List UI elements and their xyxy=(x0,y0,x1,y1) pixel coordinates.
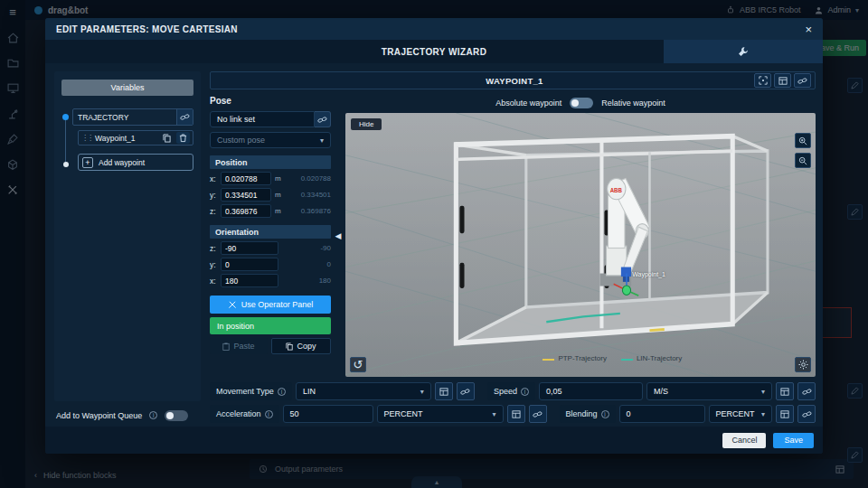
in-position-status: In position xyxy=(210,317,331,334)
robot-cell-scene: ABB xyxy=(345,113,816,377)
modal-header: EDIT PARAMETERS: MOVE CARTESIAN × xyxy=(45,18,823,40)
chevron-down-icon: ▾ xyxy=(420,388,424,396)
table-icon[interactable] xyxy=(774,73,791,88)
table-icon[interactable] xyxy=(435,382,453,400)
waypoint-header: WAYPOINT_1 xyxy=(210,71,816,89)
hide-viewer-button[interactable]: Hide xyxy=(351,118,382,130)
link-field[interactable]: No link set xyxy=(210,111,315,127)
paste-icon xyxy=(222,343,230,351)
link-icon[interactable] xyxy=(529,405,547,423)
link-icon[interactable] xyxy=(794,73,811,88)
3d-viewer[interactable]: ABB xyxy=(345,113,816,377)
save-button[interactable]: Save xyxy=(773,433,814,448)
speed-unit-select[interactable]: M/S ▾ xyxy=(646,382,772,400)
duplicate-icon[interactable] xyxy=(160,132,174,144)
copy-button[interactable]: Copy xyxy=(271,338,331,354)
orientation-row-z: z: -90 xyxy=(210,241,331,255)
focus-icon[interactable] xyxy=(754,73,771,88)
movement-type-label: Movement Type i xyxy=(210,382,292,400)
table-icon[interactable] xyxy=(776,382,794,400)
link-icon[interactable] xyxy=(797,405,816,423)
wrench-icon xyxy=(738,46,749,57)
tools-icon xyxy=(228,300,237,309)
waypoint-list-panel: Variables TRAJECTORY ⋮⋮ Waypoint_1 xyxy=(54,71,201,401)
trash-icon[interactable] xyxy=(176,132,190,144)
viewer-column: Absolute waypoint Relative waypoint xyxy=(345,95,816,377)
link-icon[interactable] xyxy=(797,382,816,400)
acceleration-label: Acceleration i xyxy=(210,405,279,423)
movement-type-select[interactable]: LIN ▾ xyxy=(296,382,431,400)
info-icon: i xyxy=(521,388,529,396)
waypoint-queue-row: Add to Waypoint Queue i xyxy=(54,401,201,423)
parameter-row-2: Acceleration i 50 PERCENT ▾ Blending i xyxy=(210,405,816,423)
pose-select[interactable]: Custom pose ▾ xyxy=(210,132,331,148)
paste-button[interactable]: Paste xyxy=(210,338,268,354)
legend-lin: LIN-Trajectory xyxy=(621,354,682,362)
position-row-x: x: m 0.020788 xyxy=(210,172,331,185)
motion-parameters: Movement Type i LIN ▾ Speed i 0,05 xyxy=(210,382,816,423)
relative-waypoint-label: Relative waypoint xyxy=(601,99,665,108)
close-icon[interactable]: × xyxy=(805,23,812,36)
chevron-down-icon: ▾ xyxy=(493,410,496,418)
orientation-z-input[interactable] xyxy=(221,241,278,255)
table-icon[interactable] xyxy=(776,405,794,423)
waypoint-list-column: Variables TRAJECTORY ⋮⋮ Waypoint_1 xyxy=(54,71,201,423)
link-icon[interactable] xyxy=(457,382,475,400)
drag-handle-icon[interactable]: ⋮⋮ xyxy=(81,134,92,142)
trajectory-node[interactable]: TRAJECTORY xyxy=(72,108,193,126)
waypoint-title: WAYPOINT_1 xyxy=(278,76,751,86)
orientation-row-y: y: 0 xyxy=(210,258,331,271)
position-z-input[interactable] xyxy=(221,204,271,218)
wizard-title: TRAJECTORY WIZARD xyxy=(382,47,487,57)
acceleration-unit-select[interactable]: PERCENT ▾ xyxy=(377,405,504,423)
edit-parameters-modal: EDIT PARAMETERS: MOVE CARTESIAN × TRAJEC… xyxy=(45,18,823,454)
modal-footer: Cancel Save xyxy=(45,427,823,454)
wizard-tools-button[interactable] xyxy=(664,40,823,63)
tree-start-dot xyxy=(62,114,69,120)
chevron-down-icon: ▾ xyxy=(320,136,324,145)
blending-unit-select[interactable]: PERCENT ▾ xyxy=(709,405,772,423)
viewer-settings-icon[interactable] xyxy=(795,357,811,372)
variables-button[interactable]: Variables xyxy=(61,80,193,96)
orientation-x-input[interactable] xyxy=(221,274,278,287)
info-icon: i xyxy=(265,410,273,418)
orientation-y-input[interactable] xyxy=(221,258,278,271)
speed-label: Speed i xyxy=(487,382,535,400)
trajectory-tree: TRAJECTORY ⋮⋮ Waypoint_1 xyxy=(61,108,193,171)
position-x-input[interactable] xyxy=(221,172,271,185)
lin-dash-icon xyxy=(621,359,633,361)
orientation-section-title: Orientation xyxy=(210,225,331,239)
plus-icon: + xyxy=(82,157,93,168)
use-operator-panel-button[interactable]: Use Operator Panel xyxy=(210,296,331,314)
speed-input[interactable]: 0,05 xyxy=(539,382,643,400)
waypoint-mode-toggle[interactable] xyxy=(570,98,593,108)
waypoint-list-item[interactable]: ⋮⋮ Waypoint_1 xyxy=(78,130,193,145)
modal-body: Variables TRAJECTORY ⋮⋮ Waypoint_1 xyxy=(45,63,823,427)
waypoint-mode-row: Absolute waypoint Relative waypoint xyxy=(345,95,816,111)
waypoint-queue-toggle[interactable] xyxy=(165,410,188,421)
zoom-in-icon[interactable] xyxy=(795,133,811,148)
blending-label: Blending i xyxy=(560,405,616,423)
position-y-input[interactable] xyxy=(221,188,271,202)
collapse-pose-panel[interactable]: ◀ xyxy=(331,95,345,377)
reset-view-icon[interactable]: ↺ xyxy=(350,357,366,372)
add-waypoint-button[interactable]: + Add waypoint xyxy=(78,154,193,171)
position-section-title: Position xyxy=(210,155,331,169)
cancel-button[interactable]: Cancel xyxy=(722,433,766,448)
info-icon: i xyxy=(278,388,286,396)
ptp-dash-icon xyxy=(542,359,554,361)
link-icon[interactable] xyxy=(315,111,331,127)
blending-input[interactable]: 0 xyxy=(619,405,705,423)
acceleration-input[interactable]: 50 xyxy=(283,405,373,423)
info-icon: i xyxy=(601,410,609,418)
trajectory-legend: PTP-Trajectory LIN-Trajectory xyxy=(542,354,682,362)
chevron-down-icon: ▾ xyxy=(761,410,765,418)
wizard-bar: TRAJECTORY WIZARD xyxy=(45,40,823,63)
zoom-out-icon[interactable] xyxy=(795,153,811,168)
tree-end-dot xyxy=(63,162,69,167)
link-icon[interactable] xyxy=(176,109,193,125)
table-icon[interactable] xyxy=(507,405,525,423)
pose-panel: Pose No link set Custom pose ▾ Position … xyxy=(210,95,331,377)
svg-text:ABB: ABB xyxy=(610,186,622,192)
waypoint-marker-label: Waypoint_1 xyxy=(632,271,665,277)
